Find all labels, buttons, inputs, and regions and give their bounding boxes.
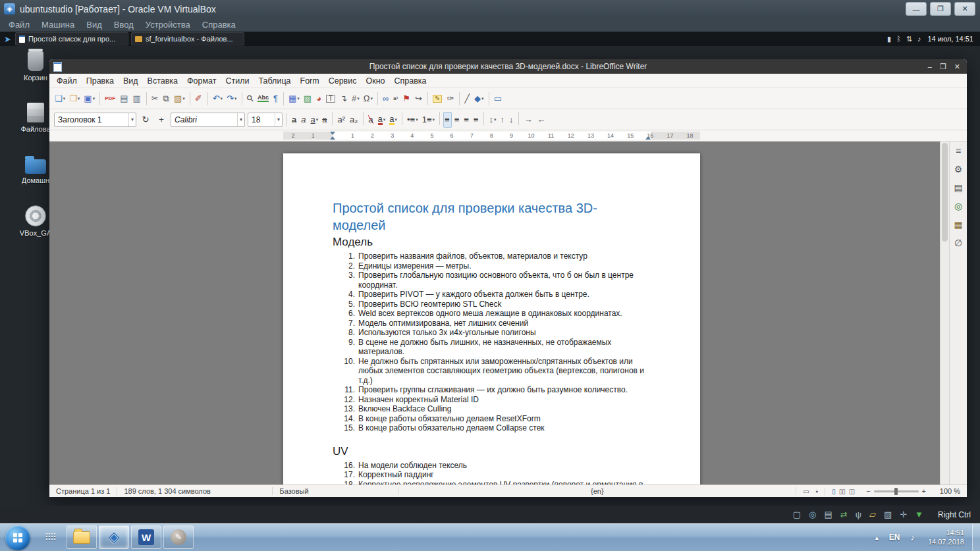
redo-button[interactable]: ↷ ▾ xyxy=(225,91,238,107)
menu-item[interactable]: Файл xyxy=(52,75,82,87)
host-menu-item[interactable]: Машина xyxy=(36,18,80,31)
clear-formatting-button[interactable]: а xyxy=(367,112,375,128)
explorer-button[interactable] xyxy=(67,525,97,549)
separator[interactable] xyxy=(439,112,440,125)
separator[interactable] xyxy=(332,112,333,125)
separator[interactable] xyxy=(146,92,147,105)
vertical-scrollbar[interactable] xyxy=(940,142,949,485)
separator[interactable] xyxy=(283,92,284,105)
app-grid-button[interactable]: ⠿⠿ xyxy=(36,526,65,548)
justify-button[interactable]: ≡ xyxy=(472,112,481,128)
para-space-increase-button[interactable]: ↑ xyxy=(499,112,506,128)
scrollbar-thumb[interactable] xyxy=(942,143,948,242)
optical-disk-status-icon[interactable]: ◎ xyxy=(809,510,816,519)
display-status-icon[interactable]: ▢ xyxy=(793,510,801,519)
single-page-view-button[interactable]: ▯ xyxy=(832,488,835,495)
document-modified-icon[interactable]: ▪ xyxy=(816,488,819,495)
panel-menu-icon[interactable]: ➤ xyxy=(0,34,15,44)
minimize-button[interactable]: – xyxy=(928,63,932,71)
restore-button[interactable]: ❐ xyxy=(930,2,951,16)
volume-icon[interactable]: ♪ xyxy=(905,533,920,542)
paragraph-style-select[interactable]: Заголовок 1 ▾ xyxy=(54,113,136,127)
formatting-marks-button[interactable]: ¶ xyxy=(272,91,280,107)
host-menu-item[interactable]: Файл xyxy=(3,18,36,31)
host-menu-item[interactable]: Вид xyxy=(80,18,108,31)
print-button[interactable]: ▤ xyxy=(119,91,130,107)
right-indent-marker[interactable] xyxy=(645,136,651,140)
spelling-button[interactable]: Abc xyxy=(256,91,271,107)
desktop-icon[interactable]: Корзин xyxy=(17,51,54,82)
sidebar-settings-icon[interactable]: ≡ xyxy=(956,145,961,156)
undo-button[interactable]: ↶ ▾ xyxy=(211,91,224,107)
separator[interactable] xyxy=(242,92,242,105)
separator[interactable] xyxy=(99,92,100,105)
line-spacing-button[interactable]: ↕ ▾ xyxy=(487,112,497,128)
document-page[interactable]: Простой список для проверки качества 3D-… xyxy=(283,153,700,485)
basic-shapes-button[interactable]: ◆ ▾ xyxy=(473,91,485,107)
network-updown-icon[interactable]: ⇅ xyxy=(906,35,912,43)
paste-button[interactable]: ▨ ▾ xyxy=(173,91,186,107)
numbering-button[interactable]: 1≡ ▾ xyxy=(421,112,436,128)
para-space-decrease-button[interactable]: ↓ xyxy=(508,112,516,128)
menu-item[interactable]: Вставка xyxy=(143,75,182,87)
first-line-indent-marker[interactable] xyxy=(330,132,335,135)
maximize-button[interactable]: ❒ xyxy=(940,63,946,71)
zoom-level[interactable]: 100 % xyxy=(931,487,967,495)
menu-item[interactable]: Окно xyxy=(361,75,389,87)
menu-item[interactable]: Справка xyxy=(390,75,431,87)
usb-status-icon[interactable]: ψ xyxy=(856,510,861,519)
selection-mode-icon[interactable]: ▭ xyxy=(803,488,809,495)
separator[interactable] xyxy=(207,92,208,105)
strikethrough-button[interactable]: а xyxy=(321,112,329,128)
menu-item[interactable]: Стили xyxy=(221,75,254,87)
separator[interactable] xyxy=(459,92,460,105)
properties-icon[interactable]: ⚙ xyxy=(954,164,963,174)
draw-functions-button[interactable]: ▭ xyxy=(493,91,504,107)
menu-item[interactable]: Form xyxy=(296,75,324,87)
style-inspector-icon[interactable]: ∅ xyxy=(954,238,962,248)
left-indent-marker[interactable] xyxy=(330,136,335,140)
desktop-icon[interactable]: VBox_GA xyxy=(17,205,54,237)
word-count[interactable]: 189 слов, 1 304 символов xyxy=(117,487,273,495)
page-indicator[interactable]: Страница 1 из 1 xyxy=(49,487,117,495)
separator[interactable] xyxy=(489,92,489,105)
special-character-button[interactable]: Ω ▾ xyxy=(362,91,374,107)
virtualbox-button[interactable]: ◈ xyxy=(99,525,129,549)
navigator-icon[interactable]: ◎ xyxy=(954,201,962,211)
new-document-button[interactable]: ❏ ▾ xyxy=(53,91,67,107)
cut-button[interactable]: ✂ xyxy=(150,91,161,107)
taskbar-window-button[interactable]: sf_forvirtualbox - Файлов... xyxy=(131,32,244,45)
book-view-button[interactable]: ◫ xyxy=(849,488,854,495)
bold-button[interactable]: а xyxy=(290,112,298,128)
desktop-icon[interactable]: Домашн xyxy=(17,154,54,184)
highlight-color-button[interactable]: а ▾ xyxy=(388,112,398,128)
copy-button[interactable]: ⧉ xyxy=(162,91,171,107)
insert-hyperlink-button[interactable]: ∞ xyxy=(381,91,391,107)
show-desktop-button[interactable] xyxy=(972,523,980,551)
separator[interactable] xyxy=(427,92,428,105)
start-button[interactable] xyxy=(5,525,30,550)
insert-field-button[interactable]: # ▾ xyxy=(350,91,361,107)
insert-line-button[interactable]: ╱ xyxy=(463,91,472,107)
menu-item[interactable]: Таблица xyxy=(254,75,295,87)
zoom-out-button[interactable]: − xyxy=(866,487,870,495)
decrease-indent-button[interactable]: ← xyxy=(535,112,547,128)
gimp-button[interactable]: ✎ xyxy=(163,525,194,549)
save-button[interactable]: ▣ ▾ xyxy=(82,91,96,107)
network-status-icon[interactable]: ⇄ xyxy=(840,510,848,519)
page-style[interactable]: Базовый xyxy=(273,487,398,495)
panel-clock[interactable]: 14 июл, 14:51 xyxy=(927,35,973,43)
gallery-icon[interactable]: ▦ xyxy=(954,219,962,230)
new-style-button[interactable]: + xyxy=(154,112,169,128)
mouse-integration-status-icon[interactable]: ✛ xyxy=(900,510,907,519)
insert-footnote-button[interactable]: a¹ xyxy=(392,91,400,107)
text-language[interactable]: {en} xyxy=(398,487,796,495)
insert-bookmark-button[interactable]: ⚑ xyxy=(401,91,412,107)
insert-table-button[interactable]: ▦ ▾ xyxy=(287,91,301,107)
taskbar-window-button[interactable]: Простой список для про... xyxy=(15,32,128,45)
underline-button[interactable]: а ▾ xyxy=(309,112,319,128)
font-size-select[interactable]: 18 ▾ xyxy=(248,113,283,127)
font-name-select[interactable]: Calibri ▾ xyxy=(171,113,245,127)
bluetooth-icon[interactable]: ᛒ xyxy=(896,35,901,43)
open-file-button[interactable]: ❒ ▾ xyxy=(68,91,81,107)
